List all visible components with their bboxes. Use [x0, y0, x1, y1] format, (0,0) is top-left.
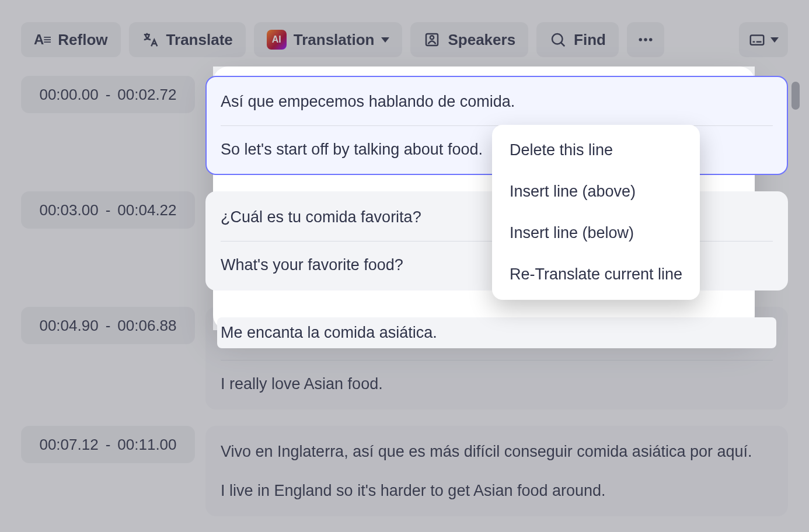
start-time: 00:00.00: [39, 86, 98, 104]
end-time: 00:06.88: [117, 317, 176, 335]
dash: -: [104, 317, 112, 335]
speakers-label: Speakers: [448, 31, 515, 49]
time-pill[interactable]: 00:04.90 - 00:06.88: [21, 307, 195, 344]
translate-button[interactable]: Translate: [129, 22, 246, 57]
subtitle-bubble[interactable]: Vivo en Inglaterra, así que es más difíc…: [205, 426, 788, 516]
source-text[interactable]: Me encanta la comida asiática.: [221, 324, 437, 341]
time-pill[interactable]: 00:07.12 - 00:11.00: [21, 426, 195, 463]
end-time: 00:04.22: [117, 201, 176, 219]
context-retranslate[interactable]: Re-Translate current line: [510, 265, 682, 284]
svg-point-1: [430, 36, 434, 39]
context-insert-below[interactable]: Insert line (below): [510, 224, 682, 242]
chevron-down-icon: [381, 37, 389, 43]
end-time: 00:02.72: [117, 86, 176, 104]
svg-point-3: [639, 38, 642, 41]
scrollbar-thumb[interactable]: [791, 82, 800, 110]
find-button[interactable]: Find: [536, 22, 619, 57]
start-time: 00:07.12: [39, 436, 98, 454]
time-pill[interactable]: 00:00.00 - 00:02.72: [21, 76, 195, 113]
row-3: 00:07.12 - 00:11.00 Vivo en Inglaterra, …: [21, 426, 788, 516]
source-text[interactable]: Así que empecemos hablando de comida.: [221, 90, 773, 114]
start-time: 00:03.00: [39, 201, 98, 219]
context-menu: Delete this line Insert line (above) Ins…: [492, 125, 700, 300]
dash: -: [104, 201, 112, 219]
target-text[interactable]: I live in England so it's harder to get …: [221, 479, 773, 503]
svg-point-5: [649, 38, 653, 41]
reflow-icon: A≡: [34, 32, 51, 48]
svg-rect-6: [751, 36, 764, 45]
context-insert-above[interactable]: Insert line (above): [510, 183, 682, 201]
translation-dropdown[interactable]: AI Translation: [254, 22, 403, 57]
ellipsis-icon: [637, 31, 654, 48]
find-label: Find: [574, 31, 606, 49]
translate-icon: [142, 31, 159, 48]
source-text[interactable]: Vivo en Inglaterra, así que es más difíc…: [221, 440, 773, 464]
ai-badge-icon: AI: [267, 30, 287, 50]
caption-view-button[interactable]: [739, 22, 788, 57]
target-text[interactable]: I really love Asian food.: [221, 372, 773, 396]
svg-point-4: [644, 38, 647, 41]
chevron-down-icon: [770, 37, 779, 43]
toolbar: A≡ Reflow Translate AI Translation Speak…: [21, 22, 788, 57]
caption-icon: [748, 31, 766, 48]
reflow-label: Reflow: [58, 31, 107, 49]
row-2: 00:04.90 - 00:06.88 Me encanta la comida…: [21, 307, 788, 410]
context-delete[interactable]: Delete this line: [510, 141, 682, 159]
time-pill[interactable]: 00:03.00 - 00:04.22: [21, 191, 195, 229]
translation-label: Translation: [294, 31, 375, 49]
speakers-icon: [423, 31, 441, 48]
dash: -: [104, 436, 112, 454]
translate-label: Translate: [166, 31, 233, 49]
reflow-button[interactable]: A≡ Reflow: [21, 22, 121, 57]
speakers-button[interactable]: Speakers: [410, 22, 528, 57]
start-time: 00:04.90: [39, 317, 98, 335]
divider: [221, 360, 773, 360]
end-time: 00:11.00: [117, 436, 176, 454]
svg-point-2: [552, 34, 563, 44]
subtitle-bubble[interactable]: Me encanta la comida asiática. I really …: [205, 307, 788, 410]
dash: -: [104, 86, 112, 104]
more-button[interactable]: [627, 22, 664, 57]
search-icon: [549, 31, 567, 48]
